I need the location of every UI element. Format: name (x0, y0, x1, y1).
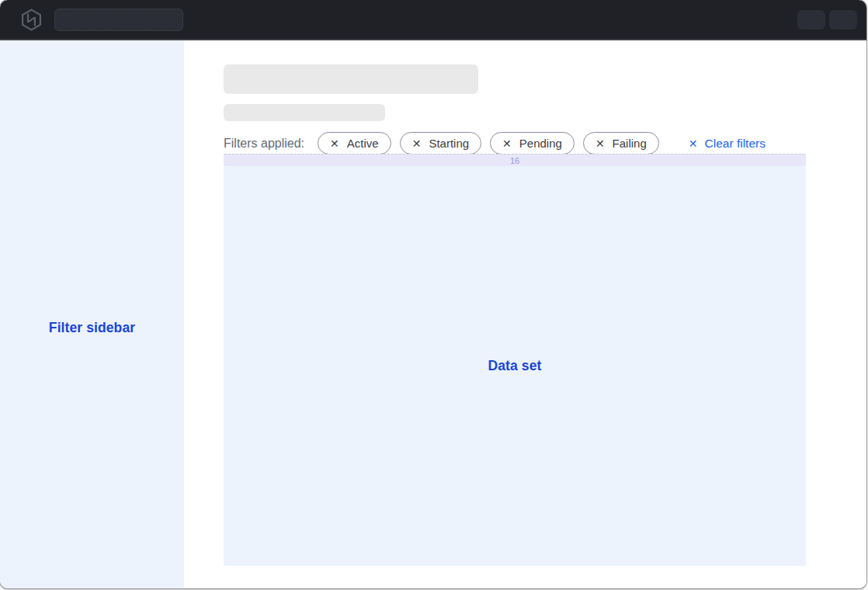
filters-applied-label: Filters applied: (224, 137, 304, 151)
filter-chip-pending[interactable]: ✕ Pending (490, 132, 575, 154)
remove-filter-icon[interactable]: ✕ (502, 138, 512, 149)
filter-chip-label: Active (347, 137, 379, 150)
filter-chip-label: Pending (519, 137, 562, 150)
filter-chip-label: Failing (613, 137, 647, 150)
row-count-strip: 16 (224, 154, 806, 166)
data-set-label: Data set (488, 358, 542, 374)
filter-chip-failing[interactable]: ✕ Failing (583, 132, 659, 154)
main-content: Filters applied: ✕ Active ✕ Starting ✕ P… (184, 40, 866, 588)
remove-filter-icon[interactable]: ✕ (330, 138, 339, 149)
remove-filter-icon[interactable]: ✕ (412, 138, 422, 149)
clear-filters-label: Clear filters (705, 137, 766, 151)
filter-chip-active[interactable]: ✕ Active (318, 132, 391, 154)
clear-filters-button[interactable]: ✕ Clear filters (689, 137, 766, 151)
applied-filters-bar: Filters applied: ✕ Active ✕ Starting ✕ P… (224, 131, 766, 155)
page-subtitle-placeholder (224, 104, 385, 121)
topbar (0, 0, 866, 40)
page-title-placeholder (224, 64, 478, 94)
hashicorp-logo-icon (21, 9, 42, 31)
app-window: Filter sidebar Filters applied: ✕ Active… (0, 0, 866, 588)
filter-sidebar: Filter sidebar (0, 40, 184, 588)
filter-chip-starting[interactable]: ✕ Starting (400, 132, 481, 154)
clear-filters-icon: ✕ (689, 138, 698, 149)
data-set-region: Data set (224, 166, 806, 566)
row-count: 16 (510, 156, 519, 165)
filter-chip-label: Starting (429, 137, 469, 150)
topbar-action-placeholder-1 (797, 10, 825, 30)
topbar-action-placeholder-2 (829, 10, 857, 30)
filter-sidebar-label: Filter sidebar (0, 320, 184, 336)
remove-filter-icon[interactable]: ✕ (595, 138, 605, 149)
topbar-nav-placeholder (54, 9, 183, 31)
